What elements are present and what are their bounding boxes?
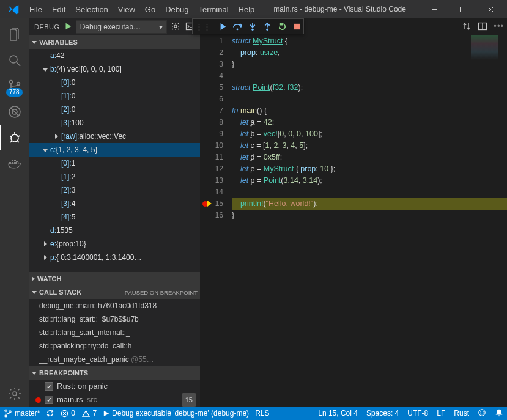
stack-frame[interactable]: __rust_maybe_catch_panic @55… — [29, 353, 200, 366]
vscode-logo-icon — [6, 2, 21, 17]
variable-row[interactable]: [3]: 100 — [29, 116, 200, 130]
stack-frame[interactable]: std::panicking::try::do_call::h — [29, 339, 200, 353]
more-actions-icon[interactable]: ••• — [494, 21, 504, 33]
cursor-position-item[interactable]: Ln 15, Col 4 — [318, 409, 358, 418]
indentation-item[interactable]: Spaces: 4 — [366, 409, 399, 418]
checkbox-icon[interactable]: ✓ — [45, 396, 53, 404]
search-icon[interactable] — [0, 48, 29, 73]
svg-point-16 — [237, 28, 239, 30]
breakpoint-rust-panic[interactable]: ✓ Rust: on panic — [29, 380, 200, 393]
variable-row[interactable]: b: (4) vec![0, 0, 0, 100] — [29, 62, 200, 76]
window-title: main.rs - debug-me - Visual Studio Code — [259, 5, 420, 13]
variable-row[interactable]: [3]: 4 — [29, 197, 200, 210]
svg-point-2 — [10, 81, 13, 84]
line-gutter[interactable]: 12345678910111213141516 — [200, 35, 228, 221]
variable-row[interactable]: [1]: 2 — [29, 170, 200, 183]
variable-row[interactable]: [2]: 0 — [29, 103, 200, 116]
menu-selection[interactable]: Selection — [70, 0, 113, 18]
svg-point-21 — [5, 410, 7, 411]
chevron-down-icon: ▾ — [159, 23, 163, 31]
variables-section-header[interactable]: VARIABLES — [29, 35, 200, 49]
stop-button[interactable] — [293, 23, 301, 31]
step-out-button[interactable] — [263, 22, 272, 31]
eol-item[interactable]: LF — [437, 409, 445, 418]
debug-settings-icon[interactable] — [171, 21, 180, 33]
menu-help[interactable]: Help — [234, 0, 260, 18]
debug-disabled-icon[interactable] — [0, 99, 29, 125]
language-mode-item[interactable]: Rust — [454, 409, 469, 418]
callstack-list: debug_me::main::h7601ac0d1fd318std::rt::… — [29, 299, 200, 366]
debug-config-label: Debug executab… — [80, 23, 141, 31]
editor-actions: ••• — [462, 21, 504, 33]
debug-toolbar[interactable]: ⋮⋮ — [192, 18, 304, 34]
svg-point-13 — [13, 392, 17, 396]
debug-target-item[interactable]: Debug executable 'debug-me' (debug-me) — [103, 409, 249, 418]
menu-debug[interactable]: Debug — [160, 0, 193, 18]
continue-button[interactable] — [217, 22, 226, 31]
status-bar: master* 0 7 Debug executable 'debug-me' … — [0, 407, 507, 420]
split-editor-icon[interactable] — [478, 21, 487, 33]
breakpoints-list: ✓ Rust: on panic ✓ main.rs src 15 — [29, 380, 200, 407]
git-branch-item[interactable]: master* — [4, 409, 40, 418]
restart-button[interactable] — [278, 22, 287, 31]
docker-icon[interactable] — [0, 150, 29, 176]
debug-icon[interactable] — [0, 125, 29, 150]
svg-point-23 — [9, 411, 11, 413]
variable-row[interactable]: [0]: 1 — [29, 157, 200, 170]
breakpoints-section-header[interactable]: BREAKPOINTS — [29, 366, 200, 380]
debug-config-select[interactable]: Debug executab… ▾ — [76, 20, 167, 34]
watch-section-header[interactable]: WATCH — [29, 272, 200, 286]
svg-point-4 — [17, 83, 20, 86]
variable-row[interactable]: [raw]: alloc::vec::Vec — [29, 130, 200, 143]
variable-row[interactable]: e: {prop:10} — [29, 237, 200, 251]
variable-row[interactable]: [2]: 3 — [29, 183, 200, 197]
variable-row[interactable]: a: 42 — [29, 49, 200, 62]
variable-row[interactable]: [1]: 0 — [29, 89, 200, 103]
step-over-button[interactable] — [232, 22, 242, 31]
close-window-button[interactable] — [476, 0, 505, 18]
debug-sidebar: DEBUG Debug executab… ▾ VARIABLES a: 42b… — [29, 18, 200, 407]
menu-view[interactable]: View — [113, 0, 140, 18]
maximize-button[interactable] — [448, 0, 476, 18]
menu-edit[interactable]: Edit — [47, 0, 70, 18]
svg-point-18 — [266, 28, 268, 30]
variable-row[interactable]: c: {1, 2, 3, 4, 5} — [29, 143, 200, 157]
sync-item[interactable] — [46, 409, 54, 418]
start-debug-button[interactable] — [64, 22, 72, 32]
callstack-section-header[interactable]: CALL STACKPAUSED ON BREAKPOINT — [29, 286, 200, 299]
source-control-icon[interactable]: 778 — [0, 73, 29, 99]
svg-rect-11 — [12, 160, 13, 161]
breakpoint-file[interactable]: ✓ main.rs src 15 — [29, 393, 200, 407]
title-bar: FileEditSelectionViewGoDebugTerminalHelp… — [0, 0, 507, 18]
step-into-button[interactable] — [248, 22, 257, 31]
variable-row[interactable]: [4]: 5 — [29, 210, 200, 224]
svg-point-17 — [251, 28, 253, 30]
stack-frame[interactable]: debug_me::main::h7601ac0d1fd318 — [29, 299, 200, 312]
minimize-button[interactable] — [420, 0, 448, 18]
variable-row[interactable]: p: { 0:3.1400001, 1:3.1400… — [29, 251, 200, 264]
checkbox-icon[interactable]: ✓ — [45, 382, 53, 391]
variable-row[interactable]: [0]: 0 — [29, 76, 200, 89]
stack-frame[interactable]: std::rt::lang_start::_$u7b$$u7b — [29, 312, 200, 326]
svg-point-25 — [479, 409, 486, 416]
svg-point-1 — [10, 56, 17, 63]
drag-handle-icon[interactable]: ⋮⋮ — [195, 22, 211, 31]
variable-row[interactable]: d: 1535 — [29, 224, 200, 237]
compare-changes-icon[interactable] — [462, 21, 472, 33]
menu-terminal[interactable]: Terminal — [193, 0, 233, 18]
menu-go[interactable]: Go — [140, 0, 160, 18]
problems-item[interactable]: 0 7 — [61, 409, 97, 418]
notifications-bell-icon[interactable] — [495, 408, 503, 419]
encoding-item[interactable]: UTF-8 — [407, 409, 428, 418]
explorer-icon[interactable] — [0, 22, 29, 48]
code-content[interactable]: struct MyStruct { prop: usize,}struct Po… — [232, 35, 507, 221]
settings-gear-icon[interactable] — [0, 381, 29, 407]
menu-file[interactable]: File — [24, 0, 47, 18]
editor-area[interactable]: ⋮⋮ ••• 12345678910111213141516 struct My… — [200, 18, 507, 407]
debug-title: DEBUG — [34, 23, 60, 31]
rls-item[interactable]: RLS — [255, 409, 269, 418]
breakpoint-dot-icon — [35, 397, 41, 403]
stack-frame[interactable]: std::rt::lang_start_internal::_ — [29, 326, 200, 339]
breakpoint-line-badge: 15 — [182, 393, 196, 407]
feedback-smiley-icon[interactable] — [478, 408, 486, 419]
